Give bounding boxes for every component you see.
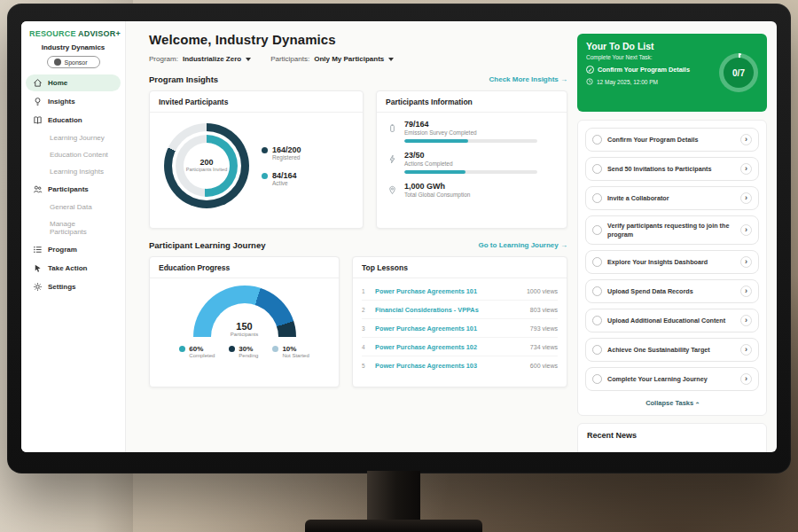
participants-icon xyxy=(33,184,43,194)
sidebar-item-education-content[interactable]: Education Content xyxy=(26,147,121,162)
filter-program[interactable]: Program:Industrialize Zero xyxy=(149,55,251,63)
collapse-tasks-link[interactable]: Collapse Tasks› xyxy=(585,396,759,411)
check-more-insights-link[interactable]: Check More Insights → xyxy=(489,75,567,83)
sidebar-item-take-action[interactable]: Take Action xyxy=(26,260,121,277)
lesson-link[interactable]: Power Purchase Agreements 102 xyxy=(375,343,524,351)
legend-item-registered: 164/200Registered xyxy=(262,145,301,160)
task-checkbox[interactable] xyxy=(592,257,602,267)
stat-value: 1,000 GWh xyxy=(404,182,470,191)
chevron-down-icon xyxy=(388,58,394,61)
chevron-right-icon[interactable]: › xyxy=(740,344,752,356)
lesson-link[interactable]: Power Purchase Agreements 103 xyxy=(375,362,524,370)
task-label: Invite a Collaborator xyxy=(607,194,735,203)
todo-title: Your To Do List xyxy=(586,41,758,51)
gauge-legend: 60%Completed30%Pending10%Not Started xyxy=(179,345,309,358)
todo-next-task-label: Confirm Your Program Details xyxy=(598,66,690,74)
page-title: Welcome, Industry Dynamics xyxy=(149,32,567,47)
task-send-50-invitations-to-participants[interactable]: Send 50 Invitations to Participants› xyxy=(585,157,759,181)
filter-participants[interactable]: Participants:Only My Participants xyxy=(270,55,394,63)
stat-total-global-consumption: 1,000 GWhTotal Global Consumption xyxy=(387,182,556,198)
task-checkbox[interactable] xyxy=(592,345,602,355)
lesson-link[interactable]: Power Purchase Agreements 101 xyxy=(375,287,520,295)
task-verify-participants-requesting-to-join-the-program[interactable]: Verify participants requesting to join t… xyxy=(585,215,759,245)
task-complete-your-learning-journey[interactable]: Complete Your Learning Journey› xyxy=(585,367,759,391)
sponsor-badge[interactable]: Sponsor xyxy=(47,56,100,68)
learning-cards-row: Education Progress 150 Participants 60%C… xyxy=(149,256,567,387)
chevron-down-icon xyxy=(246,58,251,61)
app-logo[interactable]: RESOURCE ADVISOR+ xyxy=(21,21,125,40)
task-checkbox[interactable] xyxy=(592,316,602,325)
sidebar-item-participants[interactable]: Participants xyxy=(26,181,121,198)
sidebar-item-home[interactable]: Home xyxy=(26,74,121,91)
stat-label: Actions Completed xyxy=(404,160,537,167)
lesson-row: 5Power Purchase Agreements 103600 views xyxy=(362,356,558,374)
task-checkbox[interactable] xyxy=(592,135,602,145)
lesson-views: 803 views xyxy=(530,307,558,313)
actions-icon xyxy=(387,152,397,161)
legend-value: 84/164 xyxy=(272,171,297,180)
lesson-link[interactable]: Financial Considerations - VPPAs xyxy=(375,306,524,314)
program-insights-title: Program Insights xyxy=(149,74,218,84)
task-checkbox[interactable] xyxy=(592,286,602,296)
monitor-stand-base xyxy=(305,520,482,532)
gauge-legend-completed: 60%Completed xyxy=(179,345,215,358)
sponsor-label: Sponsor xyxy=(65,59,88,66)
sidebar-item-manage-participants[interactable]: Manage Participants xyxy=(26,216,121,239)
task-upload-spend-data-records[interactable]: Upload Spend Data Records› xyxy=(585,279,759,303)
filter-label: Participants: xyxy=(270,55,309,63)
chevron-right-icon[interactable]: › xyxy=(740,286,752,297)
settings-icon xyxy=(33,282,43,292)
sidebar-item-education[interactable]: Education xyxy=(26,112,121,129)
task-checkbox[interactable] xyxy=(592,164,602,174)
sidebar-item-general-data[interactable]: General Data xyxy=(26,200,121,215)
chevron-right-icon[interactable]: › xyxy=(740,192,752,204)
task-explore-your-insights-dashboard[interactable]: Explore Your Insights Dashboard› xyxy=(585,250,759,274)
consumption-icon xyxy=(387,183,397,192)
chevron-right-icon[interactable]: › xyxy=(740,224,752,236)
lesson-views: 734 views xyxy=(530,344,558,350)
go-to-learning-journey-link[interactable]: Go to Learning Journey → xyxy=(479,241,567,249)
sidebar-item-insights[interactable]: Insights xyxy=(26,93,121,110)
participants-info-title: Participants Information xyxy=(377,91,567,113)
lesson-link[interactable]: Power Purchase Agreements 101 xyxy=(375,325,524,332)
right-panel: Your To Do List Complete Your Next Task:… xyxy=(577,34,767,452)
education-icon xyxy=(33,115,43,125)
task-label: Complete Your Learning Journey xyxy=(607,375,735,384)
chevron-right-icon[interactable]: › xyxy=(740,373,752,385)
insights-icon xyxy=(33,97,43,106)
todo-summary-card: Your To Do List Complete Your Next Task:… xyxy=(577,34,767,112)
sidebar-item-settings[interactable]: Settings xyxy=(26,278,121,295)
lesson-row: 3Power Purchase Agreements 101793 views xyxy=(362,319,558,338)
task-checkbox[interactable] xyxy=(592,193,602,203)
chevron-right-icon[interactable]: › xyxy=(740,163,752,175)
sidebar-item-label: Home xyxy=(48,79,67,87)
check-icon: ✓ xyxy=(586,66,594,74)
stat-emission-survey-completed: 79/164Emission Survey Completed xyxy=(387,120,556,143)
task-checkbox[interactable] xyxy=(592,374,602,384)
task-confirm-your-program-details[interactable]: Confirm Your Program Details› xyxy=(585,128,759,152)
chevron-right-icon[interactable]: › xyxy=(740,134,752,145)
chevron-right-icon[interactable]: › xyxy=(740,256,752,268)
legend-dot-icon xyxy=(262,147,268,153)
task-label: Upload Additional Educational Content xyxy=(607,317,735,325)
todo-next-task[interactable]: ✓ Confirm Your Program Details xyxy=(586,66,719,74)
lesson-row: 1Power Purchase Agreements 1011000 views xyxy=(362,282,558,301)
sidebar-item-learning-journey[interactable]: Learning Journey xyxy=(26,130,121,145)
task-achieve-one-sustainability-target[interactable]: Achieve One Sustainability Target› xyxy=(585,338,759,362)
sidebar-item-learning-insights[interactable]: Learning Insights xyxy=(26,164,121,179)
task-invite-a-collaborator[interactable]: Invite a Collaborator› xyxy=(585,186,759,210)
task-label: Send 50 Invitations to Participants xyxy=(607,165,735,174)
insights-cards-row: Invited Participants 200 Participants In… xyxy=(149,90,567,229)
todo-due-text: 12 May 2025, 12:00 PM xyxy=(597,79,658,85)
sidebar-item-label: Participants xyxy=(48,185,89,193)
gauge-legend-label: Not Started xyxy=(282,353,309,358)
task-checkbox[interactable] xyxy=(592,225,602,235)
task-upload-additional-educational-content[interactable]: Upload Additional Educational Content› xyxy=(585,309,759,332)
sidebar-item-program[interactable]: Program xyxy=(26,241,121,258)
chevron-right-icon[interactable]: › xyxy=(740,315,752,326)
sidebar-item-label: Education xyxy=(48,116,82,124)
stat-label: Total Global Consumption xyxy=(404,192,470,198)
task-label: Upload Spend Data Records xyxy=(607,287,735,296)
monitor-stand-neck xyxy=(367,471,420,522)
chevron-up-icon: › xyxy=(693,403,701,405)
